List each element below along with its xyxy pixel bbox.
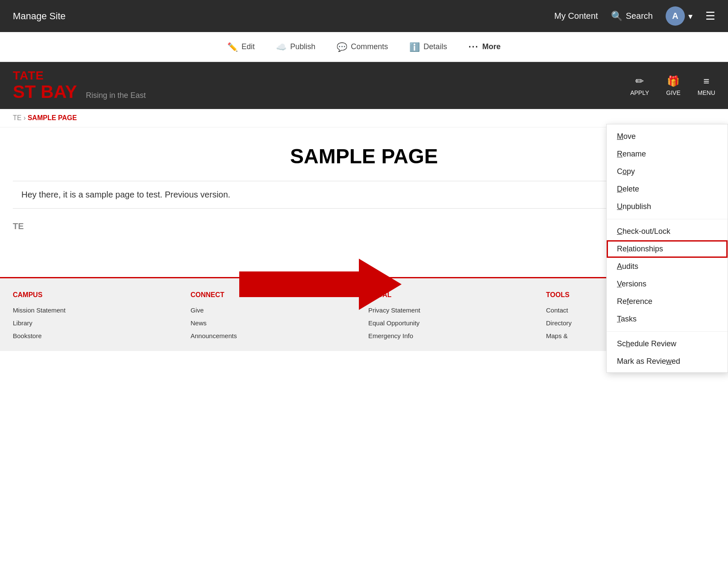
breadcrumb-separator: › — [23, 114, 28, 121]
dropdown-delete[interactable]: Delete — [607, 180, 728, 198]
search-button[interactable]: 🔍 Search — [611, 11, 653, 22]
dropdown-versions[interactable]: Versions — [607, 275, 728, 293]
search-icon: 🔍 — [611, 11, 622, 22]
menu-icon: ≡ — [703, 75, 709, 87]
give-icon: 🎁 — [667, 75, 680, 87]
dropdown-copy[interactable]: Copy — [607, 163, 728, 180]
edit-icon: ✏️ — [227, 42, 238, 52]
comments-label: Comments — [351, 42, 388, 51]
dropdown-section-3: Schedule Review Mark as Reviewed — [607, 332, 728, 372]
more-button[interactable]: ··· More — [468, 41, 500, 53]
footer-link-mission[interactable]: Mission Statement — [13, 304, 182, 317]
footer-legal-title: LEGAL — [368, 291, 537, 299]
university-logo: TATE ST BAY Rising in the East — [13, 69, 146, 102]
footer-link-equal-opportunity[interactable]: Equal Opportunity — [368, 317, 537, 330]
dropdown-scroll-area: Move Rename Copy Delete Unpublish Check-… — [607, 124, 728, 372]
dropdown-rename[interactable]: Rename — [607, 145, 728, 163]
hamburger-menu-icon[interactable]: ☰ — [705, 9, 715, 23]
comments-icon: 💬 — [337, 42, 347, 52]
dropdown-audits[interactable]: Audits — [607, 258, 728, 275]
menu-label: MENU — [698, 89, 715, 96]
publish-button[interactable]: ☁️ Publish — [276, 42, 315, 52]
footer-col-connect: CONNECT Give News Announcements — [191, 291, 360, 342]
site-title: Manage Site — [13, 11, 66, 22]
nav-right: My Content 🔍 Search A ▾ ☰ — [554, 6, 715, 26]
give-label: GIVE — [666, 89, 680, 96]
footer-link-give[interactable]: Give — [191, 304, 360, 317]
details-icon: ℹ️ — [409, 42, 420, 52]
details-label: Details — [423, 42, 447, 51]
main-content-area: TATE ST BAY Rising in the East ✏ APPLY 🎁… — [0, 62, 728, 351]
my-content-button[interactable]: My Content — [554, 11, 598, 21]
avatar[interactable]: A — [666, 6, 685, 26]
top-navigation: Manage Site My Content 🔍 Search A ▾ ☰ — [0, 0, 728, 32]
publish-icon: ☁️ — [276, 42, 287, 52]
dropdown-relationships[interactable]: Relationships — [607, 240, 728, 258]
user-avatar-area[interactable]: A ▾ — [666, 6, 693, 26]
footer-link-privacy[interactable]: Privacy Statement — [368, 304, 537, 317]
give-button[interactable]: 🎁 GIVE — [666, 75, 680, 96]
my-content-label: My Content — [554, 11, 598, 21]
dropdown-section-1: Move Rename Copy Delete Unpublish — [607, 124, 728, 219]
logo-top-text: TATE — [13, 69, 146, 83]
dropdown-mark-reviewed[interactable]: Mark as Reviewed — [607, 353, 728, 370]
more-dots-icon: ··· — [468, 41, 478, 53]
dropdown-reference[interactable]: Reference — [607, 293, 728, 310]
more-dropdown-menu: Move Rename Copy Delete Unpublish Check-… — [606, 124, 728, 373]
uni-header-nav: ✏ APPLY 🎁 GIVE ≡ MENU — [630, 75, 715, 96]
comments-button[interactable]: 💬 Comments — [337, 42, 388, 52]
footer-link-news[interactable]: News — [191, 317, 360, 330]
footer-link-library[interactable]: Library — [13, 317, 182, 330]
publish-label: Publish — [290, 42, 315, 51]
breadcrumb-site: TE — [13, 114, 21, 121]
footer-campus-title: CAMPUS — [13, 291, 182, 299]
dropdown-move[interactable]: Move — [607, 128, 728, 145]
dropdown-schedule-review[interactable]: Schedule Review — [607, 335, 728, 353]
dropdown-tasks[interactable]: Tasks — [607, 310, 728, 328]
footer-link-emergency[interactable]: Emergency Info — [368, 330, 537, 342]
footer-connect-title: CONNECT — [191, 291, 360, 299]
dropdown-section-2: Check-out/Lock Relationships Audits Vers… — [607, 219, 728, 332]
edit-button[interactable]: ✏️ Edit — [227, 42, 255, 52]
more-label: More — [482, 42, 501, 51]
chevron-down-icon: ▾ — [688, 11, 693, 21]
breadcrumb-current[interactable]: SAMPLE PAGE — [28, 114, 77, 121]
footer-link-bookstore[interactable]: Bookstore — [13, 330, 182, 342]
edit-label: Edit — [241, 42, 255, 51]
dropdown-checkout-lock[interactable]: Check-out/Lock — [607, 223, 728, 240]
apply-label: APPLY — [630, 89, 649, 96]
details-button[interactable]: ℹ️ Details — [409, 42, 447, 52]
dropdown-unpublish[interactable]: Unpublish — [607, 198, 728, 215]
footer-link-announcements[interactable]: Announcements — [191, 330, 360, 342]
search-label: Search — [626, 11, 653, 21]
menu-button[interactable]: ≡ MENU — [698, 75, 715, 96]
apply-button[interactable]: ✏ APPLY — [630, 75, 649, 96]
apply-icon: ✏ — [635, 75, 644, 87]
footer-col-legal: LEGAL Privacy Statement Equal Opportunit… — [368, 291, 537, 342]
footer-col-campus: CAMPUS Mission Statement Library Booksto… — [13, 291, 182, 342]
page-toolbar: ✏️ Edit ☁️ Publish 💬 Comments ℹ️ Details… — [0, 32, 728, 62]
logo-red-text: ST BAY — [13, 82, 82, 102]
university-header: TATE ST BAY Rising in the East ✏ APPLY 🎁… — [0, 62, 728, 109]
uni-tagline: Rising in the East — [86, 91, 146, 100]
